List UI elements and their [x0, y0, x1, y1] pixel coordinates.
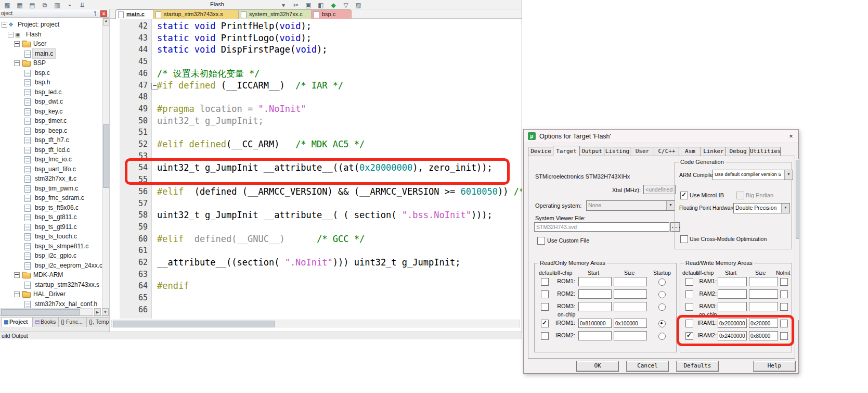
tree-item[interactable]: bsp_ts_gt911.c [0, 222, 102, 232]
start-input[interactable] [718, 302, 747, 311]
default-checkbox[interactable] [541, 320, 549, 327]
tab-utilities[interactable]: Utilities [749, 147, 781, 156]
tree-item-label[interactable]: bsp_i2c_gpio.c [33, 251, 79, 260]
tree-item-label[interactable]: bsp_dwt.c [33, 97, 65, 106]
tree-item[interactable]: MDK-ARM [0, 270, 102, 280]
size-input[interactable] [614, 289, 647, 299]
tree-horizontal-scrollbar[interactable] [0, 308, 93, 315]
start-input[interactable] [578, 289, 612, 299]
operating-system-select[interactable]: None▼ [586, 200, 675, 211]
tree-item[interactable]: bsp_beep.c [0, 126, 102, 136]
start-input[interactable] [718, 289, 747, 299]
tree-item-label[interactable]: bsp_ts_ft5x06.c [33, 203, 81, 212]
tab-asm[interactable]: Asm [679, 147, 702, 156]
tree-item-label[interactable]: Project: project [16, 20, 61, 29]
tab-debug[interactable]: Debug [726, 147, 750, 156]
tree-item-label[interactable]: stm32h7xx_it.c [33, 174, 79, 183]
dialog-scrollbar[interactable] [795, 159, 799, 320]
tree-item-label[interactable]: User [31, 39, 48, 48]
size-input[interactable] [614, 277, 647, 286]
tree-item[interactable]: bsp_ts_touch.c [0, 232, 102, 242]
tree-item-label[interactable]: bsp_ts_touch.c [33, 232, 79, 241]
pin-icon[interactable] [93, 11, 98, 16]
filter-icon[interactable]: ▽ [341, 1, 351, 9]
tree-item-label[interactable]: bsp_fmc_io.c [33, 155, 74, 164]
tab-listing[interactable]: Listing [604, 147, 631, 156]
noinit-checkbox[interactable] [780, 303, 788, 311]
tree-item[interactable]: ▣Flash [0, 30, 102, 40]
cancel-button[interactable]: Cancel [626, 361, 669, 372]
panel-tab-project[interactable]: ▦Project [1, 317, 36, 327]
editor-horizontal-scrollbar[interactable] [111, 320, 520, 327]
default-checkbox[interactable] [685, 278, 693, 286]
panel-tab-func[interactable]: {} Func... [58, 317, 90, 327]
size-input[interactable] [749, 289, 778, 299]
tree-expander-icon[interactable] [14, 41, 20, 47]
tree-hscroll-thumb[interactable] [1, 309, 80, 315]
floating-point-hardware-select[interactable]: Double Precision▼ [733, 203, 790, 213]
noinit-checkbox[interactable] [780, 278, 788, 286]
tree-item[interactable]: bsp.c [0, 68, 102, 78]
tree-item[interactable]: bsp_uart_fifo.c [0, 164, 102, 174]
noinit-checkbox[interactable] [780, 290, 788, 298]
tree-item[interactable]: bsp_i2c_eeprom_24xx.c [0, 261, 102, 271]
tree-item-label[interactable]: bsp_i2c_eeprom_24xx.c [33, 261, 102, 270]
tree-item-label[interactable]: bsp_beep.c [33, 126, 69, 135]
scroll-up-icon[interactable]: ▲ [103, 18, 109, 26]
scissors-icon[interactable]: ✂ [291, 1, 301, 9]
tree-item-label[interactable]: bsp_timer.c [33, 116, 69, 125]
cross-module-optimization-checkbox[interactable] [680, 235, 688, 243]
tree-item-label[interactable]: bsp_led.c [33, 87, 63, 97]
tree-item[interactable]: BSP [0, 58, 102, 68]
tree-item-label[interactable]: bsp_ts_stmpe811.c [33, 242, 90, 251]
system-viewer-file-input[interactable] [534, 222, 669, 232]
ok-button[interactable]: OK [576, 361, 619, 372]
tree-expander-icon[interactable] [2, 22, 7, 28]
tree-item-label[interactable]: bsp.c [33, 68, 52, 78]
tree-item[interactable]: bsp_key.c [0, 107, 102, 117]
tab-target[interactable]: Target [553, 146, 580, 156]
editor-tab-startup-stm32h743xx-s[interactable]: startup_stm32h743xx.s [153, 9, 249, 19]
target-select-combo[interactable]: Flash [207, 0, 269, 9]
tree-item[interactable]: bsp_timer.c [0, 116, 102, 126]
tree-item[interactable]: bsp_dwt.c [0, 97, 102, 107]
tree-item-label[interactable]: bsp_ts_gt811.c [33, 212, 79, 222]
startup-radio[interactable] [658, 320, 666, 327]
configure-flash-icon[interactable]: ▨ [354, 1, 363, 9]
chevron-down-icon[interactable]: ▼ [666, 201, 675, 210]
tree-item-label[interactable]: stm32h7xx_hal_conf.h [33, 299, 99, 309]
tree-item[interactable]: HAL_Driver [0, 289, 102, 299]
tab-cc[interactable]: C/C++ [654, 147, 680, 156]
tree-scroll-thumb[interactable] [103, 124, 109, 188]
default-checkbox[interactable] [541, 303, 549, 311]
tab-output[interactable]: Output [579, 147, 605, 156]
editor-tab-system-stm32h7xx-c[interactable]: system_stm32h7xx.c [238, 9, 321, 19]
dialog-scroll-thumb[interactable] [796, 160, 799, 239]
tree-item[interactable]: startup_stm32h743xx.s [0, 280, 102, 290]
tree-expander-icon[interactable] [8, 32, 14, 37]
project-window-icon[interactable]: ▣ [304, 1, 313, 9]
tab-user[interactable]: User [630, 147, 655, 156]
tree-item-label[interactable]: BSP [31, 58, 48, 68]
tree-expander-icon[interactable] [14, 272, 20, 278]
scroll-down-icon[interactable]: ▼ [102, 308, 109, 315]
chevron-down-icon[interactable]: ▼ [781, 204, 789, 213]
tree-item[interactable]: stm32h7xx_hal_conf.h [0, 299, 102, 309]
startup-radio[interactable] [658, 291, 666, 298]
startup-radio[interactable] [658, 303, 666, 311]
use-microlib-checkbox[interactable] [680, 192, 688, 199]
dialog-titlebar[interactable]: µ Options for Target 'Flash' × [524, 130, 798, 143]
close-icon[interactable]: x [100, 10, 107, 17]
tree-item[interactable]: ❖Project: project [0, 20, 102, 30]
tree-item-label[interactable]: main.c [33, 49, 55, 58]
tree-item[interactable]: bsp_fmc_io.c [0, 155, 102, 164]
tree-item-label[interactable]: bsp_tft_h7.c [33, 135, 71, 145]
target-dropdown-icon[interactable]: ▾ [279, 1, 288, 9]
editor-hscroll-thumb[interactable] [113, 321, 275, 327]
use-custom-file-checkbox[interactable] [537, 237, 545, 245]
rebuild-all-icon[interactable]: ⧉ [40, 1, 49, 9]
tree-item-label[interactable]: bsp_ts_gt911.c [33, 222, 79, 232]
tree-item[interactable]: bsp_tft_lcd.c [0, 145, 102, 155]
build-icon[interactable]: ▤ [28, 1, 37, 9]
size-input[interactable] [614, 331, 647, 340]
